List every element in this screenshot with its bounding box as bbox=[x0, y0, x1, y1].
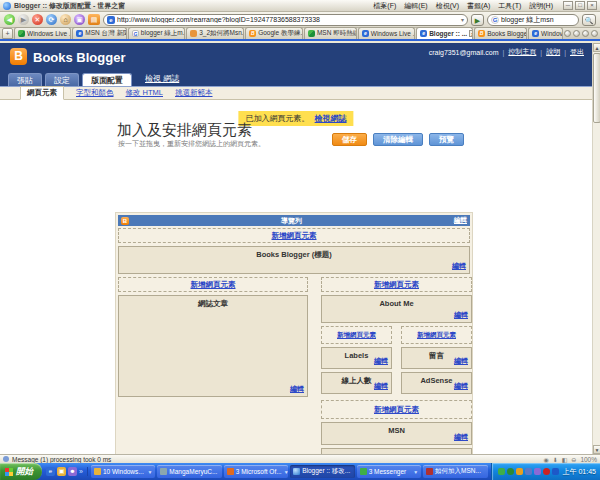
home-button[interactable]: ⌂ bbox=[60, 14, 71, 25]
taskbar-item-messenger-group[interactable]: 3 Messenger▼ bbox=[357, 465, 421, 478]
preview-button[interactable]: 預覽 bbox=[429, 133, 464, 146]
taskbar-item-manga[interactable]: MangaMeryuC... bbox=[157, 465, 221, 478]
go-button[interactable]: ▶ bbox=[471, 14, 484, 26]
tab-posting[interactable]: 張貼 bbox=[8, 73, 42, 86]
scroll-up-icon[interactable]: ▲ bbox=[593, 43, 600, 52]
url-dropdown-icon[interactable]: ▾ bbox=[461, 16, 464, 23]
browser-tab-10[interactable]: Windov bbox=[528, 27, 563, 39]
start-button[interactable]: 開始 bbox=[0, 463, 42, 480]
back-button[interactable]: ◀ bbox=[4, 14, 15, 25]
browser-tab-4[interactable]: 3_2如何將Msn... bbox=[186, 27, 244, 39]
signout-link[interactable]: 登出 bbox=[570, 47, 584, 57]
subtab-fonts-colors[interactable]: 字型和顏色 bbox=[76, 87, 114, 99]
browser-tab-7[interactable]: Windows Live ... bbox=[358, 27, 415, 39]
update-tray-icon[interactable] bbox=[516, 468, 523, 475]
volume-tray-icon[interactable] bbox=[534, 468, 541, 475]
blog-posts-widget[interactable]: 網誌文章 編輯 bbox=[118, 295, 308, 397]
menu-bookmarks[interactable]: 書籤(A) bbox=[467, 1, 490, 11]
online-count-widget[interactable]: 線上人數 編輯 bbox=[321, 372, 392, 394]
add-page-element-link[interactable]: 新增網頁元素 bbox=[191, 280, 236, 290]
browser-tab-5[interactable]: Google 教學練... bbox=[245, 27, 303, 39]
taskbar-item-explorer-group[interactable]: 10 Windows...▼ bbox=[91, 465, 155, 478]
search-input[interactable]: blogger 綠上msn bbox=[501, 15, 575, 25]
vertical-scrollbar[interactable]: ▲ ▼ bbox=[592, 43, 600, 454]
ie-quicklaunch-icon[interactable]: e bbox=[46, 467, 55, 476]
new-tab-button[interactable]: + bbox=[2, 28, 13, 39]
add-page-element-link[interactable]: 新增網頁元素 bbox=[374, 280, 419, 290]
scrollbar-thumb[interactable] bbox=[593, 53, 600, 123]
proxy-icon[interactable]: ◧ bbox=[562, 456, 568, 463]
edit-navbar-link[interactable]: 編輯 bbox=[454, 216, 467, 225]
browser-tab-9[interactable]: Books Blogger bbox=[474, 27, 527, 39]
menu-view[interactable]: 檢視(V) bbox=[436, 1, 459, 11]
comments-widget[interactable]: 留言 編輯 bbox=[401, 347, 472, 369]
close-button[interactable]: × bbox=[587, 1, 597, 10]
antivirus-tray-icon[interactable] bbox=[543, 468, 550, 475]
browser-tab-1[interactable]: Windows Live ... bbox=[14, 27, 71, 39]
forward-button[interactable]: ▶ bbox=[18, 14, 29, 25]
taskbar-item-blogger-active[interactable]: Blogger :: 移改... bbox=[290, 465, 354, 478]
labels-widget[interactable]: Labels 編輯 bbox=[321, 347, 392, 369]
add-page-element-link[interactable]: 新增網頁元素 bbox=[272, 231, 317, 241]
status-tray-icon[interactable] bbox=[507, 468, 514, 475]
help-link[interactable]: 說明 bbox=[546, 47, 560, 57]
subtab-edit-html[interactable]: 修改 HTML bbox=[126, 87, 164, 99]
taskbar-item-office-group[interactable]: 3 Microsoft Of...▼ bbox=[224, 465, 288, 478]
add-page-element-link[interactable]: 新增網頁元素 bbox=[374, 405, 419, 415]
address-bar[interactable]: e http://www.blogger.com/rearrange?blogI… bbox=[103, 14, 468, 26]
save-button[interactable]: 儲存 bbox=[332, 133, 367, 146]
menu-tools[interactable]: 工具(T) bbox=[498, 1, 521, 11]
refresh-button[interactable]: ⟳ bbox=[46, 14, 57, 25]
about-me-widget[interactable]: About Me 編輯 bbox=[321, 295, 472, 323]
edit-adsense-link[interactable]: 編輯 bbox=[454, 381, 468, 391]
language-tray-icon[interactable] bbox=[552, 468, 559, 475]
close-tab-icon[interactable]: x bbox=[469, 30, 473, 37]
folder-quicklaunch-icon[interactable]: ▣ bbox=[57, 467, 66, 476]
edit-online-link[interactable]: 編輯 bbox=[374, 381, 388, 391]
messenger-tray-icon[interactable] bbox=[498, 468, 505, 475]
edit-header-link[interactable]: 編輯 bbox=[452, 261, 466, 271]
browser-tab-3[interactable]: blogger 綠上m... bbox=[128, 27, 185, 39]
browser-tab-6[interactable]: MSN 即時熱線 bbox=[304, 27, 357, 39]
search-box[interactable]: G blogger 綠上msn bbox=[487, 14, 579, 26]
taskbar-clock[interactable]: 上午 01:45 bbox=[563, 467, 596, 477]
edit-labels-link[interactable]: 編輯 bbox=[374, 356, 388, 366]
taskbar-item-word-doc[interactable]: 如何加入MSN... bbox=[423, 465, 487, 478]
download-icon[interactable]: ⬇ bbox=[553, 456, 558, 463]
navbar-element[interactable]: B 導覽列 編輯 bbox=[118, 215, 470, 226]
browser-tab-active[interactable]: Blogger :: ...x bbox=[416, 27, 473, 39]
network-tray-icon[interactable] bbox=[525, 468, 532, 475]
menu-edit[interactable]: 編輯(E) bbox=[404, 1, 427, 11]
browser-tab-2[interactable]: MSN 台灣 新聞 bbox=[72, 27, 127, 39]
edit-comments-link[interactable]: 編輯 bbox=[454, 356, 468, 366]
url-input[interactable]: http://www.blogger.com/rearrange?blogID=… bbox=[117, 16, 459, 23]
zoom-icon[interactable]: ⊖ bbox=[571, 456, 576, 463]
quicklaunch-overflow-icon[interactable]: » bbox=[79, 468, 83, 475]
clear-edits-button[interactable]: 清除編輯 bbox=[373, 133, 423, 146]
edit-msn-link[interactable]: 編輯 bbox=[454, 432, 468, 442]
view-blog-link[interactable]: 檢視 網誌 bbox=[145, 72, 179, 86]
favorites-button[interactable]: ▤ bbox=[88, 14, 100, 25]
minimize-button[interactable]: ─ bbox=[563, 1, 573, 10]
tab-scroll-buttons[interactable] bbox=[564, 30, 598, 39]
view-blog-notice-link[interactable]: 檢視網誌 bbox=[315, 114, 347, 123]
add-page-element-link[interactable]: 新增網頁元素 bbox=[337, 331, 376, 340]
subtab-page-elements[interactable]: 網頁元素 bbox=[20, 86, 64, 100]
stop-button[interactable]: ✕ bbox=[32, 14, 43, 25]
dashboard-link[interactable]: 控制主頁 bbox=[508, 47, 536, 57]
restore-button[interactable]: □ bbox=[575, 1, 585, 10]
subtab-pick-template[interactable]: 挑選新範本 bbox=[175, 87, 213, 99]
search-button[interactable]: 🔍 bbox=[582, 14, 596, 26]
feed-icon[interactable]: ◉ bbox=[543, 456, 548, 463]
header-widget[interactable]: Books Blogger (標題) 編輯 bbox=[118, 246, 470, 274]
snapshot-button[interactable]: ▣ bbox=[74, 14, 85, 25]
edit-posts-link[interactable]: 編輯 bbox=[290, 384, 304, 394]
menu-help[interactable]: 說明(H) bbox=[529, 1, 553, 11]
add-page-element-link[interactable]: 新增網頁元素 bbox=[417, 331, 456, 340]
tab-layout[interactable]: 版面配置 bbox=[82, 73, 132, 86]
edit-about-link[interactable]: 編輯 bbox=[454, 310, 468, 320]
tab-settings[interactable]: 設定 bbox=[45, 73, 79, 86]
zoom-level[interactable]: 100% bbox=[580, 456, 597, 463]
msn-widget[interactable]: MSN 編輯 bbox=[321, 422, 472, 445]
messenger-quicklaunch-icon[interactable]: ☻ bbox=[68, 467, 77, 476]
